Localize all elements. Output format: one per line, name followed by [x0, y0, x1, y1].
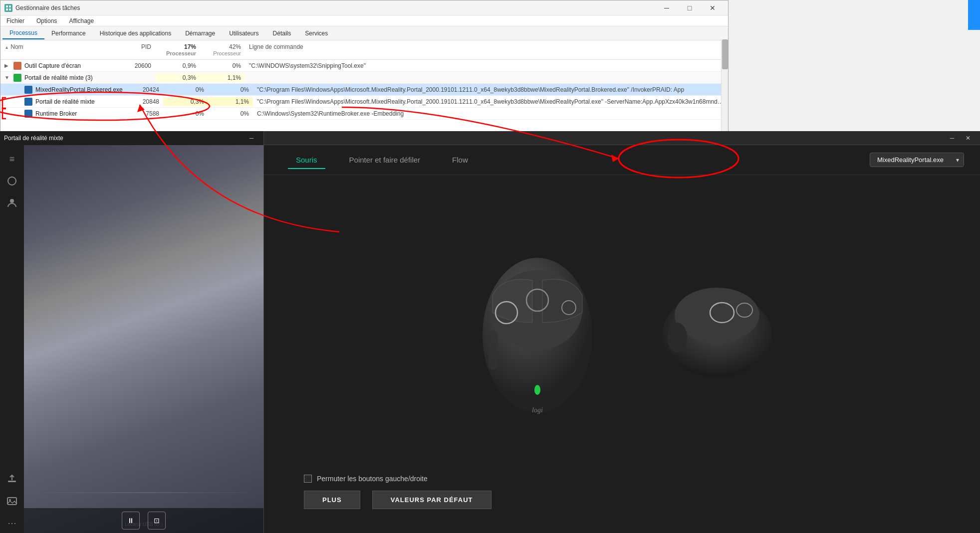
cell-cmd: "C:\Program Files\WindowsApps\Microsoft.… [253, 85, 728, 94]
logi-tab-souris[interactable]: Souris [280, 152, 333, 168]
logi-mice-area: logi [274, 185, 970, 475]
table-body: ▶ Outil Capture d'écran 20600 0,9% 0% "C… [0, 60, 728, 120]
swap-buttons-label: Permuter les boutons gauche/droite [317, 475, 428, 483]
mrp-pause-button[interactable]: ⏸ [122, 512, 140, 530]
logi-header: Souris Pointer et faire défiler Flow Mix… [264, 145, 980, 175]
tab-demarrage[interactable]: Démarrage [178, 28, 222, 39]
cell-cmd [245, 77, 728, 79]
svg-point-5 [10, 199, 14, 203]
taskmanager-window-controls: ─ □ ✕ [655, 0, 724, 15]
table-row[interactable]: ▼ Portail de réalité mixte (3) 0,3% 1,1% [0, 72, 728, 84]
mrp-bottom-controls: ⏸ ⊡ [24, 508, 263, 533]
logi-plus-button[interactable]: PLUS [304, 491, 360, 509]
secondary-mouse-svg [652, 270, 782, 390]
process-icon [13, 74, 21, 82]
cell-cmd: C:\Windows\System32\RuntimeBroker.exe -E… [253, 109, 728, 118]
mrp-sidebar: ≡ ⋯ [0, 145, 24, 533]
tab-utilisateurs[interactable]: Utilisateurs [222, 28, 265, 39]
table-row[interactable]: MixedRealityPortal.Brokered.exe 20424 0%… [0, 84, 728, 96]
cell-cpu: 0,3% [155, 73, 200, 82]
cell-name: ▼ Portail de réalité mixte (3) [0, 73, 120, 83]
col-nom[interactable]: ▲ Nom [0, 41, 120, 58]
table-row[interactable]: Portail de réalité mixte 20848 0,3% 1,1%… [0, 96, 728, 108]
cell-cpu: 0,9% [155, 61, 200, 70]
tab-services[interactable]: Services [298, 28, 335, 39]
tab-performance[interactable]: Performance [44, 28, 93, 39]
menu-affichage[interactable]: Affichage [67, 16, 96, 25]
taskmanager-titlebar: Gestionnaire des tâches ─ □ ✕ [0, 0, 728, 15]
scrollbar-thumb[interactable] [722, 39, 728, 69]
cell-name: ▶ Outil Capture d'écran [0, 61, 120, 71]
svg-rect-6 [8, 481, 16, 482]
logi-titlebar: ─ ✕ [264, 131, 980, 145]
mrp-sidebar-menu-icon[interactable]: ≡ [2, 149, 22, 169]
cell-name: Portail de réalité mixte [8, 97, 128, 107]
cell-cmd: "C:\WINDOWS\system32\SnippingTool.exe" [245, 61, 728, 70]
col-cpu[interactable]: 17% Processeur [155, 41, 200, 58]
minimize-button[interactable]: ─ [655, 0, 678, 15]
swap-buttons-checkbox[interactable] [304, 475, 312, 483]
mrp-sidebar-circle-icon[interactable] [2, 171, 22, 191]
mrp-minimize[interactable]: ─ [244, 131, 259, 145]
cell-cpu: 0% [163, 85, 208, 94]
cell-mem: 0% [208, 85, 253, 94]
logi-minimize[interactable]: ─ [944, 131, 960, 145]
logi-bottom-area: Permuter les boutons gauche/droite PLUS … [274, 475, 970, 509]
tab-historique[interactable]: Historique des applications [93, 28, 178, 39]
cell-name: Runtime Broker [8, 109, 128, 119]
svg-rect-3 [9, 8, 11, 10]
cell-cmd: "C:\Program Files\WindowsApps\Microsoft.… [253, 97, 728, 106]
expand-icon[interactable]: ▶ [4, 63, 10, 68]
main-mouse: logi [463, 235, 612, 425]
process-icon [24, 98, 32, 106]
table-row[interactable]: Runtime Broker 7588 0% 0% C:\Windows\Sys… [0, 108, 728, 120]
cell-cpu: 0,3% [163, 97, 208, 106]
mrp-fullscreen-button[interactable]: ⊡ [148, 512, 166, 530]
maximize-button[interactable]: □ [678, 0, 701, 15]
logi-close[interactable]: ✕ [960, 131, 976, 145]
cell-pid: 20424 [128, 85, 163, 94]
taskmanager-tabs: Processus Performance Historique des app… [0, 26, 728, 40]
cell-pid: 20848 [128, 97, 163, 106]
tab-details[interactable]: Détails [266, 28, 298, 39]
close-button[interactable]: ✕ [701, 0, 724, 15]
main-mouse-svg: logi [463, 235, 612, 425]
logi-tab-flow[interactable]: Flow [436, 152, 484, 168]
logi-main: logi [264, 175, 980, 519]
mrp-sidebar-image-icon[interactable] [2, 491, 22, 511]
svg-rect-1 [9, 5, 11, 7]
taskmanager-title: Gestionnaire des tâches [15, 4, 80, 11]
taskmanager-menubar: Fichier Options Affichage [0, 15, 728, 26]
mrp-sidebar-people-icon[interactable] [2, 193, 22, 213]
cell-mem: 0% [208, 109, 253, 118]
mrp-title: Portail de réalité mixte [4, 135, 63, 142]
menu-fichier[interactable]: Fichier [4, 16, 26, 25]
col-pid[interactable]: PID [120, 41, 155, 58]
col-mem[interactable]: 42% Processeur [200, 41, 245, 58]
expand-icon[interactable]: ▼ [4, 75, 10, 80]
table-row[interactable]: ▶ Outil Capture d'écran 20600 0,9% 0% "C… [0, 60, 728, 72]
cell-pid [120, 77, 155, 79]
svg-rect-16 [489, 330, 497, 370]
cell-cpu: 0% [163, 109, 208, 118]
process-icon [24, 86, 32, 94]
mrp-content: Lecteur USB (D:) ⏸ ⊡ [24, 145, 263, 533]
corner-accent [968, 0, 980, 30]
logi-default-button[interactable]: VALEURS PAR DÉFAUT [372, 491, 491, 509]
mrp-window: Portail de réalité mixte ─ ≡ ⋯ Lecteur U… [0, 131, 263, 533]
svg-rect-0 [6, 5, 8, 7]
taskmanager-icon [4, 4, 12, 12]
logi-tab-pointer[interactable]: Pointer et faire défiler [333, 152, 437, 168]
menu-options[interactable]: Options [34, 16, 59, 25]
logi-action-buttons: PLUS VALEURS PAR DÉFAUT [304, 491, 940, 509]
logi-device-selector[interactable]: MixedRealityPortal.exe [870, 153, 964, 167]
col-cmd[interactable]: Ligne de commande [245, 41, 728, 58]
cell-pid: 7588 [128, 109, 163, 118]
mrp-sidebar-upload-icon[interactable] [2, 469, 22, 489]
cell-mem: 0% [200, 61, 245, 70]
process-icon [13, 62, 21, 70]
mrp-sidebar-more-icon[interactable]: ⋯ [2, 513, 22, 533]
tab-processus[interactable]: Processus [2, 27, 44, 39]
svg-text:logi: logi [532, 406, 543, 414]
cell-pid: 20600 [120, 61, 155, 70]
